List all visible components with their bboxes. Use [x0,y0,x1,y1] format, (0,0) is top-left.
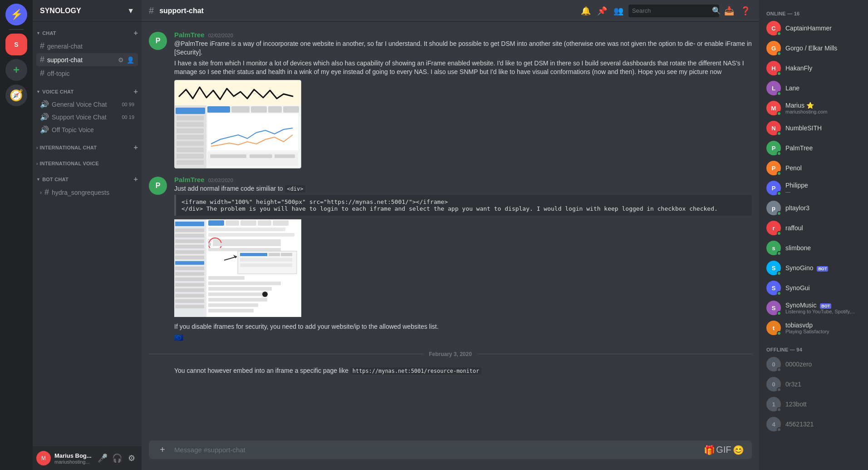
category-add-intl-chat[interactable]: + [133,143,138,152]
member-name: CaptainHammer [785,25,861,32]
channel-header: # support-chat 🔔 📌 👥 🔍 📥 ❓ [142,0,759,22]
member-0000zero[interactable]: 0 0000zero [763,354,864,374]
member-tobiasvdp[interactable]: t tobiasvdp Playing Satisfactory [763,318,864,338]
status-online [777,311,781,316]
svg-rect-20 [210,154,246,158]
text-channel-icon: # [40,41,44,51]
member-synogui[interactable]: S SynoGui [763,278,864,298]
member-hakanfly[interactable]: H HakanFly [763,58,864,78]
svg-rect-12 [177,160,204,165]
member-name: 0r3z1 [785,381,861,388]
member-0r3z1[interactable]: 0 0r3z1 [763,374,864,394]
emoji-flag: 🇪🇺 [174,333,752,342]
intl-voice-arrow: › [36,161,38,166]
category-intl-voice[interactable]: › INTERNATIONAL VOICE [33,153,142,168]
channel-general-voice[interactable]: 🔊 General Voice Chat 00 99 [36,98,138,110]
hydra-expand-arrow[interactable]: › [40,189,42,196]
category-intl-chat[interactable]: › INTERNATIONAL CHAT + [33,136,142,153]
search-input[interactable] [632,7,708,14]
category-add-voice[interactable]: + [133,88,138,96]
server-header[interactable]: SYNOLOGY ▼ [33,0,142,22]
svg-rect-28 [175,239,204,243]
category-add-bot[interactable]: + [133,175,138,183]
status-online [777,251,781,256]
member-123bott[interactable]: 1 123bott [763,394,864,414]
message-content-1: PalmTree 02/02/2020 @PalmTree iFrame is … [174,31,752,168]
svg-rect-59 [240,258,292,262]
channel-hydra-songrequests[interactable]: › # hydra_songrequests [36,186,138,199]
svg-rect-66 [208,292,263,296]
member-synogino[interactable]: S SynoGino BOT [763,258,864,278]
date-divider: February 3, 2020 [142,344,759,365]
channel-sidebar: SYNOLOGY ▼ ▼ CHAT + # general-chat # sup… [33,0,142,470]
channel-general-chat[interactable]: # general-chat [36,40,138,53]
pin-button[interactable]: 📌 [596,5,608,17]
mute-button[interactable]: 🎤 [96,452,109,465]
channel-support-chat[interactable]: # support-chat ⚙ 👤 [36,53,138,66]
channel-settings-icon[interactable]: ⚙ [118,56,124,64]
attachment-button[interactable]: + [156,444,169,456]
member-name: SynoGino BOT [785,264,861,272]
discord-home-button[interactable]: ⚡ [5,4,27,25]
category-bot-chat[interactable]: ▼ BOT CHAT + [33,168,142,185]
channel-offtopic-voice[interactable]: 🔊 Off Topic Voice [36,124,138,136]
emoji-button[interactable]: 😊 [732,444,745,456]
category-label-bot: BOT CHAT [42,177,69,182]
member-captainhammer[interactable]: C CaptainHammer [763,18,864,38]
avatar-gorgo: G [766,41,781,55]
member-philippe[interactable]: P Philippe — [763,178,864,198]
add-server-button[interactable]: + [5,59,27,81]
member-name: 123bott [785,401,861,408]
help-button[interactable]: ❓ [739,5,752,17]
svg-rect-69 [208,309,254,312]
member-pltaylor[interactable]: p pltaylor3 [763,198,864,218]
avatar-raffoul: r [766,221,781,235]
member-penol[interactable]: P Penol [763,158,864,178]
member-palmtree[interactable]: P PalmTree [763,138,864,158]
message-text-2b: If you disable iframes for security, you… [174,322,752,331]
svg-rect-36 [175,283,204,287]
inbox-button[interactable]: 📥 [723,5,736,17]
explore-servers-button[interactable]: 🧭 [5,84,27,106]
channel-name-offtopic-voice: Off Topic Voice [52,126,134,134]
members-button[interactable]: 👥 [612,5,625,17]
member-name-wrap: Philippe — [785,182,861,194]
svg-rect-56 [240,253,267,256]
category-add-chat[interactable]: + [133,29,138,37]
status-online [777,71,781,76]
member-numblesith[interactable]: N NumbleSITH [763,118,864,138]
channel-name-hydra: hydra_songrequests [52,189,134,196]
svg-rect-38 [175,294,204,297]
category-label-intl-voice: INTERNATIONAL VOICE [40,161,99,166]
member-lane[interactable]: L Lane [763,78,864,98]
category-voice[interactable]: ▼ VOICE CHAT + [33,80,142,98]
svg-rect-65 [208,287,272,291]
member-gorgo[interactable]: G Gorgo / Elkar Mills [763,38,864,58]
deafen-button[interactable]: 🎧 [111,452,123,465]
member-marius[interactable]: M Marius ⭐ mariushosting.com [763,98,864,118]
message-input[interactable] [174,440,697,459]
channel-member-icon[interactable]: 👤 [127,56,134,64]
header-search[interactable]: 🔍 [628,5,719,17]
bell-button[interactable]: 🔔 [579,5,592,17]
status-online [777,131,781,136]
gift-button[interactable]: 🎁 [703,444,716,456]
user-settings-button[interactable]: ⚙ [125,452,138,465]
svg-rect-22 [275,154,295,158]
svg-rect-46 [273,220,289,226]
member-name-wrap: CaptainHammer [785,25,861,32]
svg-rect-15 [251,106,267,113]
svg-rect-25 [175,222,204,226]
message-text-2a: Just add normal iframe code similiar to … [174,184,752,193]
gif-button[interactable]: GIF [717,444,730,456]
category-chat[interactable]: ▼ CHAT + [33,22,142,39]
channel-off-topic[interactable]: # off-topic [36,67,138,80]
message-text-1a: @PalmTree iFrame is a way of incoorporat… [174,40,752,57]
member-raffoul[interactable]: r raffoul [763,218,864,238]
server-icon-synology[interactable]: S [5,34,27,55]
member-slimbone[interactable]: s slimbone [763,238,864,258]
member-synomusic[interactable]: S SynoMusic BOT Listening to YouTube, Sp… [763,298,864,318]
svg-rect-37 [175,288,204,292]
member-45621321[interactable]: 4 45621321 [763,414,864,434]
channel-support-voice[interactable]: 🔊 Support Voice Chat 00 19 [36,111,138,123]
